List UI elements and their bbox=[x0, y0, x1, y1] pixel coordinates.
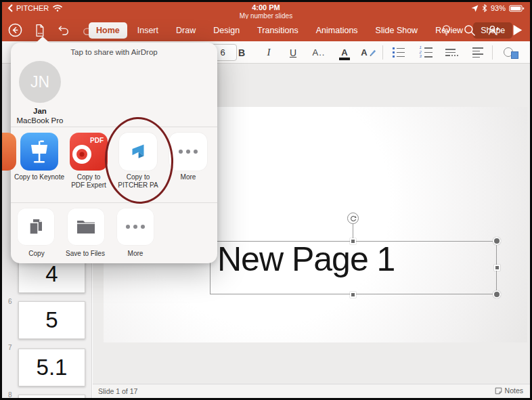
add-person-icon bbox=[487, 24, 501, 37]
folder-icon bbox=[76, 219, 96, 235]
copy-pages-icon bbox=[27, 217, 45, 236]
location-arrow-icon bbox=[471, 5, 479, 12]
notes-label: Notes bbox=[505, 386, 523, 395]
tab-transitions[interactable]: Transitions bbox=[250, 22, 306, 39]
save-to-files-button[interactable] bbox=[68, 208, 104, 245]
lightbulb-icon bbox=[440, 23, 453, 37]
font-color-button[interactable]: A bbox=[334, 41, 355, 64]
slide-thumbnail[interactable]: 5.1 bbox=[18, 349, 85, 386]
battery-icon bbox=[509, 5, 525, 12]
thumbnail-content: 5 bbox=[45, 307, 58, 333]
pen-icon bbox=[368, 48, 377, 57]
font-color-label: A bbox=[341, 47, 347, 58]
status-footer: Slide 1 of 17 Notes bbox=[93, 384, 530, 398]
action-label: Copy bbox=[11, 250, 62, 257]
popover-divider bbox=[11, 202, 217, 203]
resize-handle-top-right[interactable] bbox=[493, 237, 501, 245]
pdf-badge: PDF bbox=[90, 137, 104, 144]
more-share-targets-button[interactable] bbox=[169, 133, 207, 171]
line-spacing-icon bbox=[445, 49, 458, 56]
status-center: 4:00 PM My number slides bbox=[2, 3, 530, 20]
thumbnail-index: 6 bbox=[8, 298, 12, 305]
bullet-list-button[interactable] bbox=[388, 41, 409, 64]
avatar-initials: JN bbox=[30, 73, 49, 91]
textbox-selection-border[interactable] bbox=[210, 241, 497, 294]
font-options-button[interactable]: A.. bbox=[308, 41, 330, 64]
undo-button[interactable] bbox=[55, 22, 72, 39]
tab-draw[interactable]: Draw bbox=[169, 22, 203, 39]
thumbnail-content: 4 bbox=[45, 261, 58, 287]
rotation-handle[interactable] bbox=[347, 213, 359, 224]
insert-shape-button[interactable] bbox=[500, 41, 522, 64]
tab-design[interactable]: Design bbox=[206, 22, 247, 39]
italic-button[interactable]: I bbox=[258, 41, 280, 64]
status-right: 93% bbox=[471, 4, 525, 12]
share-document-icon bbox=[32, 23, 47, 38]
rotate-icon bbox=[350, 215, 357, 222]
numbered-list-icon: 1 2 3 bbox=[420, 47, 433, 58]
share-people-button[interactable] bbox=[485, 22, 502, 39]
action-label: More bbox=[110, 250, 161, 257]
slide-thumbnail[interactable] bbox=[18, 395, 85, 400]
toolbar-separator bbox=[492, 45, 493, 60]
battery-percent: 93% bbox=[491, 4, 506, 12]
ellipsis-icon bbox=[179, 150, 198, 154]
notes-button[interactable]: Notes bbox=[495, 386, 523, 395]
airdrop-contact-device: MacBook Pro bbox=[11, 116, 69, 125]
bold-button[interactable]: B bbox=[231, 41, 252, 64]
text-effects-label: A bbox=[361, 47, 367, 58]
status-bar: PITCHER 4:00 PM My number slides 93% bbox=[2, 2, 530, 19]
tab-slideshow[interactable]: Slide Show bbox=[368, 22, 426, 39]
share-target-label: Copy toPDF Expert bbox=[63, 173, 114, 190]
ribbon-left-buttons bbox=[6, 19, 97, 41]
tab-home[interactable]: Home bbox=[89, 22, 127, 39]
align-left-icon bbox=[472, 47, 483, 58]
slide-counter: Slide 1 of 17 bbox=[98, 387, 137, 395]
tell-me-button[interactable] bbox=[437, 22, 455, 39]
share-target-powerpoint-partial[interactable] bbox=[0, 133, 16, 171]
bullet-list-icon bbox=[393, 47, 405, 58]
resize-handle-bottom-right[interactable] bbox=[493, 290, 501, 298]
ellipsis-icon bbox=[126, 225, 145, 229]
bluetooth-icon bbox=[482, 4, 487, 12]
notes-icon bbox=[495, 387, 502, 395]
underline-button[interactable]: U bbox=[282, 41, 304, 64]
more-actions-button[interactable] bbox=[117, 208, 154, 245]
shape-tool-icon bbox=[504, 47, 518, 59]
search-button[interactable] bbox=[461, 22, 479, 39]
tab-insert[interactable]: Insert bbox=[130, 22, 166, 39]
present-button[interactable] bbox=[508, 22, 526, 39]
text-effects-button[interactable]: A bbox=[358, 41, 380, 64]
search-icon bbox=[463, 24, 476, 37]
popover-arrow bbox=[35, 37, 50, 43]
airdrop-contact-avatar[interactable]: JN bbox=[19, 61, 61, 103]
ribbon-right-buttons bbox=[437, 19, 526, 41]
thumbnail-index: 8 bbox=[8, 391, 12, 399]
airdrop-contact-name: Jan bbox=[11, 107, 69, 115]
pdf-expert-app-icon[interactable]: PDF bbox=[70, 133, 108, 171]
powerpoint-app: PITCHER 4:00 PM My number slides 93% bbox=[2, 2, 530, 398]
copy-action-button[interactable] bbox=[18, 208, 54, 245]
keynote-app-icon[interactable] bbox=[20, 133, 58, 171]
thumbnail-content: 5.1 bbox=[37, 355, 68, 380]
screenshot-frame: PITCHER 4:00 PM My number slides 93% bbox=[0, 0, 532, 400]
resize-handle-bottom[interactable] bbox=[350, 292, 356, 298]
popover-divider bbox=[11, 127, 217, 127]
undo-icon bbox=[57, 24, 70, 37]
ribbon-bar: Home Insert Draw Design Transitions Anim… bbox=[2, 19, 530, 41]
resize-handle-right[interactable] bbox=[494, 265, 500, 271]
resize-handle-top[interactable] bbox=[350, 238, 356, 244]
numbered-list-button[interactable]: 1 2 3 bbox=[415, 41, 437, 64]
play-icon bbox=[512, 24, 523, 37]
toolbar-separator bbox=[382, 45, 383, 60]
action-label: Save to Files bbox=[60, 250, 111, 257]
airdrop-hint: Tap to share with AirDrop bbox=[11, 48, 217, 56]
share-target-label: Copy to Keynote bbox=[14, 173, 65, 181]
slide-thumbnail[interactable]: 5 bbox=[18, 301, 85, 339]
back-circle-icon bbox=[7, 22, 23, 38]
close-file-button[interactable] bbox=[6, 22, 24, 39]
font-color-swatch bbox=[339, 58, 349, 60]
align-button[interactable] bbox=[467, 41, 489, 64]
line-spacing-button[interactable] bbox=[441, 41, 462, 64]
tab-animations[interactable]: Animations bbox=[309, 22, 365, 39]
